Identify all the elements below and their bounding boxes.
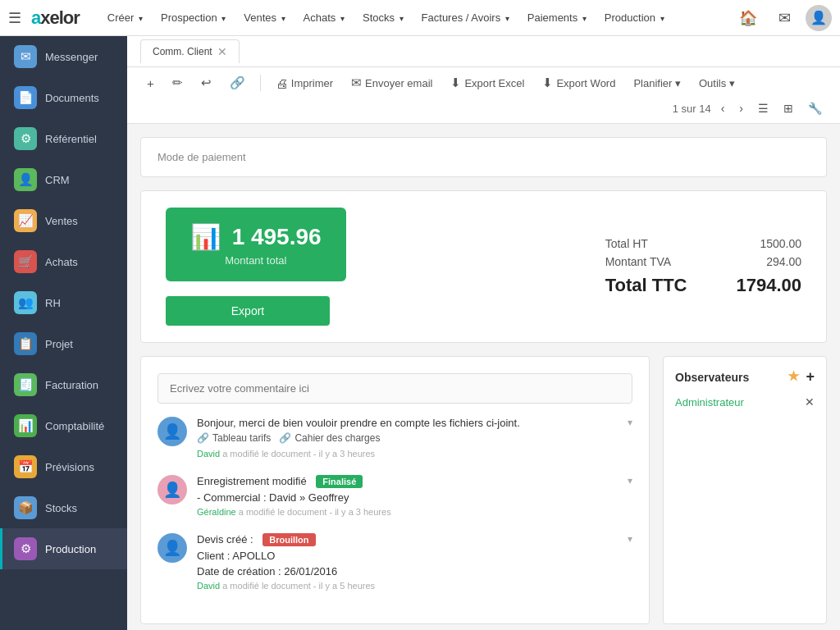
main-content: Comm. Client ✕ + ✏ ↩ 🔗 🖨 Imprimer ✉ Envo… (127, 36, 840, 630)
next-page-button[interactable]: › (734, 98, 748, 118)
prev-page-button[interactable]: ‹ (716, 98, 730, 118)
observers-title: Observateurs (675, 371, 749, 384)
top-nav-menu: Créer ▾ Prospection ▾ Ventes ▾ Achats ▾ … (99, 7, 728, 29)
comment-author-1[interactable]: David (197, 449, 220, 459)
excel-button[interactable]: ⬇ Export Excel (444, 72, 531, 94)
card-view-button[interactable]: ⊞ (778, 98, 798, 118)
sidebar-label-projet: Projet (45, 338, 73, 350)
sidebar-label-previsions: Prévisions (45, 461, 94, 473)
sidebar-item-documents[interactable]: 📄 Documents (0, 77, 127, 118)
sidebar-label-messenger: Messenger (45, 51, 98, 63)
comment-meta-3: David a modifié le document - il y a 5 h… (197, 581, 632, 591)
email-button[interactable]: ✉ Envoyer email (345, 72, 439, 94)
pencil-icon: ✏ (172, 75, 183, 90)
sidebar-item-referentiel[interactable]: ⚙ Référentiel (0, 118, 127, 159)
nav-factures[interactable]: Factures / Avoirs ▾ (413, 7, 518, 29)
comment-meta-2: Géraldine a modifié le document - il y a… (197, 507, 632, 517)
app-logo: axelor (31, 7, 80, 29)
sidebar-item-previsions[interactable]: 📅 Prévisions (0, 446, 127, 487)
toolbar: + ✏ ↩ 🔗 🖨 Imprimer ✉ Envoyer email ⬇ Exp… (127, 67, 840, 124)
pagination-text: 1 sur 14 (673, 103, 711, 115)
comment-author-3[interactable]: David (197, 581, 220, 591)
comment-author-2[interactable]: Géraldine (197, 507, 236, 517)
planifier-label: Planifier ▾ (633, 77, 681, 89)
comment-action-3: a modifié le document - il y a 5 heures (222, 581, 375, 591)
nav-ventes[interactable]: Ventes ▾ (235, 7, 293, 29)
comment-detail-2: - Commercial : David » Geoffrey (197, 491, 632, 504)
hamburger-menu[interactable]: ☰ (8, 9, 21, 27)
sidebar-label-crm: CRM (45, 174, 70, 186)
comment-badge-2: Finalisé (316, 475, 363, 488)
comment-dropdown-3[interactable]: ▾ (628, 533, 632, 545)
print-button[interactable]: 🖨 Imprimer (269, 73, 340, 94)
attachment-2[interactable]: 🔗 Cahier des charges (279, 432, 380, 444)
comment-body-2: Enregistrement modifié Finalisé - Commer… (197, 475, 632, 517)
add-button[interactable]: + (140, 73, 161, 94)
sidebar-item-achats[interactable]: 🛒 Achats (0, 241, 127, 282)
breadcrumb-close[interactable]: ✕ (217, 45, 227, 58)
comment-action-2: a modifié le document - il y a 3 heures (239, 507, 391, 517)
nav-production[interactable]: Production ▾ (596, 7, 673, 29)
sidebar-item-messenger[interactable]: ✉ Messenger (0, 36, 127, 77)
sidebar-item-ventes[interactable]: 📈 Ventes (0, 200, 127, 241)
sidebar-item-production[interactable]: ⚙ Production (0, 528, 127, 569)
excel-icon: ⬇ (450, 75, 461, 90)
comment-detail2-3: Date de création : 26/01/2016 (197, 565, 632, 578)
star-icon[interactable]: ★ (788, 368, 799, 386)
sidebar-item-stocks[interactable]: 📦 Stocks (0, 487, 127, 528)
list-view-button[interactable]: ☰ (753, 98, 774, 118)
rh-icon: 👥 (14, 291, 37, 314)
comment-action-1: a modifié le document - il y a 3 heures (222, 449, 375, 459)
observer-name-1[interactable]: Administrateur (675, 396, 744, 409)
sidebar-label-production: Production (45, 543, 96, 555)
payment-label: Mode de paiement (158, 151, 246, 163)
tva-value: 294.00 (766, 255, 801, 268)
undo-icon: ↩ (201, 75, 212, 90)
nav-prospection[interactable]: Prospection ▾ (153, 7, 234, 29)
facturation-icon: 🧾 (14, 373, 37, 396)
sidebar-item-crm[interactable]: 👤 CRM (0, 159, 127, 200)
word-button[interactable]: ⬇ Export Word (536, 72, 622, 94)
total-ht-value: 1500.00 (760, 237, 801, 250)
attachment-1[interactable]: 🔗 Tableau tarifs (197, 432, 271, 444)
link-button[interactable]: 🔗 (223, 72, 252, 94)
user-avatar-button[interactable]: 👤 (806, 5, 832, 31)
edit-button[interactable]: ✏ (166, 72, 189, 94)
home-button[interactable]: 🏠 (733, 3, 763, 33)
observer-remove-1[interactable]: ✕ (805, 395, 815, 409)
comment-input[interactable] (158, 373, 632, 404)
toolbar-separator-1 (260, 75, 261, 91)
previsions-icon: 📅 (14, 455, 37, 478)
comment-dropdown-2[interactable]: ▾ (628, 475, 632, 486)
nav-creer[interactable]: Créer ▾ (99, 7, 151, 29)
amount-row: 📊 1 495.96 (190, 222, 322, 251)
page-body: Mode de paiement 📊 1 495.96 Montant tota… (127, 124, 840, 630)
total-ttc-row: Total TTC 1794.00 (605, 275, 801, 296)
sidebar-item-comptabilite[interactable]: 📊 Comptabilité (0, 405, 127, 446)
comment-attachments-1: 🔗 Tableau tarifs 🔗 Cahier des charges (197, 432, 632, 444)
comment-item-1: 👤 Bonjour, merci de bien vouloir prendre… (158, 417, 632, 459)
sidebar-item-facturation[interactable]: 🧾 Facturation (0, 364, 127, 405)
email-icon: ✉ (351, 75, 362, 90)
sidebar-label-referentiel: Référentiel (45, 133, 97, 145)
nav-achats[interactable]: Achats ▾ (295, 7, 353, 29)
add-observer-icon[interactable]: + (806, 368, 815, 386)
export-button[interactable]: Export (166, 296, 330, 326)
wrench-button[interactable]: 🔧 (803, 98, 827, 118)
breadcrumb-tab[interactable]: Comm. Client ✕ (140, 39, 240, 63)
planifier-button[interactable]: Planifier ▾ (627, 74, 687, 93)
comment-dropdown-1[interactable]: ▾ (628, 417, 632, 428)
chart-icon: 📊 (190, 223, 221, 250)
amount-box: 📊 1 495.96 Montant total (166, 208, 346, 281)
sidebar-item-projet[interactable]: 📋 Projet (0, 323, 127, 364)
sidebar-item-rh[interactable]: 👥 RH (0, 282, 127, 323)
nav-paiements[interactable]: Paiements ▾ (519, 7, 595, 29)
outils-button[interactable]: Outils ▾ (692, 74, 742, 93)
print-icon: 🖨 (276, 76, 288, 90)
nav-stocks[interactable]: Stocks ▾ (354, 7, 412, 29)
projet-icon: 📋 (14, 332, 37, 355)
undo-button[interactable]: ↩ (194, 72, 218, 94)
sidebar-label-comptabilite: Comptabilité (45, 420, 104, 432)
comment-item-2: 👤 Enregistrement modifié Finalisé - Comm… (158, 475, 632, 517)
messages-button[interactable]: ✉ (769, 3, 799, 33)
